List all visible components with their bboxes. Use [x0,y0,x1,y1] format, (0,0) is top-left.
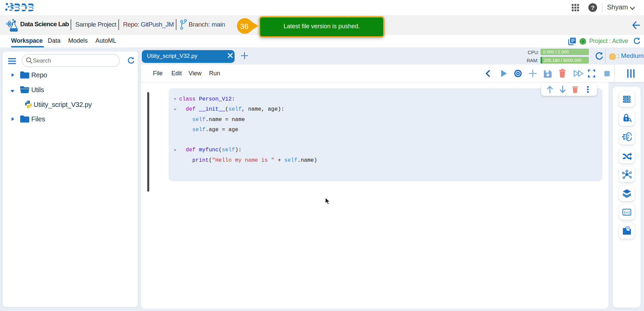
svg-text:36: 36 [240,22,248,31]
svg-text:(∞): (∞) [624,210,630,215]
svg-text:?: ? [591,5,594,11]
